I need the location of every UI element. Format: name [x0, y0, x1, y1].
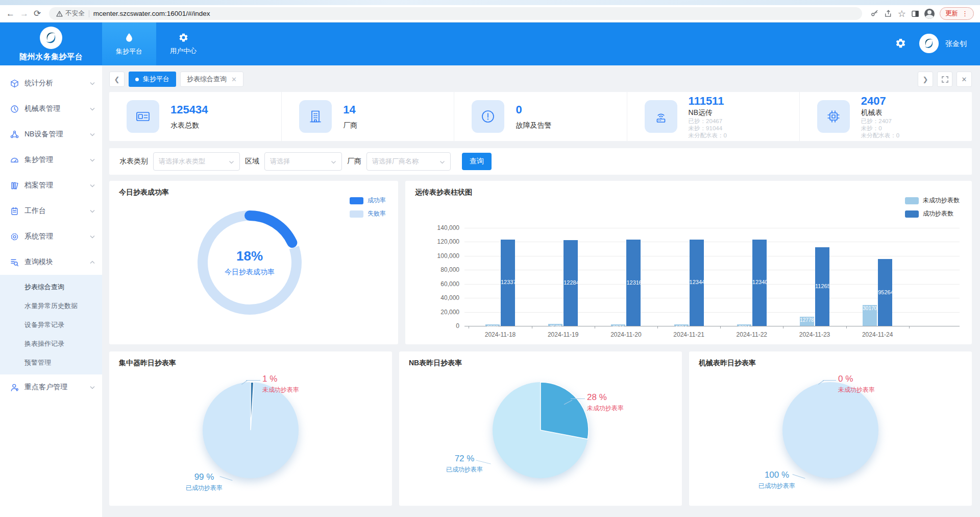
stat-detail-line: 未抄：91044 — [689, 125, 727, 132]
user-avatar — [919, 33, 939, 55]
side-panel-icon[interactable] — [911, 10, 919, 18]
donut-chart-card: 今日抄表成功率 成功率失败率 18% 今日抄表成功率 — [109, 181, 398, 344]
legend-item-2[interactable]: 成功抄表数 — [905, 209, 960, 218]
tab-home[interactable]: 集抄平台 — [129, 72, 176, 87]
tab-home-label: 集抄平台 — [143, 75, 169, 84]
tab-row-controls: ❯ ✕ — [918, 72, 972, 87]
sidebar-item-1[interactable]: 统计分析 — [0, 70, 102, 96]
gear-icon — [178, 32, 189, 43]
tabs-scroll-left-button[interactable]: ❮ — [109, 72, 125, 87]
submenu-item-2[interactable]: 水量异常历史数据 — [0, 296, 102, 315]
tab-current-label: 抄表综合查询 — [187, 75, 227, 84]
header-right: 张金钊 — [895, 22, 967, 65]
sidebar-item-label: 重点客户管理 — [24, 383, 67, 392]
close-all-tabs-icon[interactable]: ✕ — [957, 72, 972, 87]
nav-tab-user-center[interactable]: 用户中心 — [156, 22, 210, 65]
sidebar-item-key-customers[interactable]: 重点客户管理 — [0, 374, 102, 400]
bar-value-label: 123400 — [752, 279, 767, 285]
x-axis-tick — [469, 326, 469, 328]
refresh-icon[interactable]: ⟳ — [34, 9, 41, 18]
stat-value: 0 — [516, 103, 551, 116]
chevron-down-icon — [90, 209, 95, 213]
pie-slice-percent: 100 % — [758, 470, 795, 480]
legend-item-2[interactable]: 失败率 — [350, 209, 386, 218]
region-select[interactable]: 请选择 — [264, 152, 342, 171]
mechanical-pie-card: 机械表昨日抄表率0 %未成功抄表率100 %已成功抄表率 — [689, 351, 972, 506]
sidebar-item-5[interactable]: 档案管理 — [0, 173, 102, 198]
sidebar-item-2[interactable]: 机械表管理 — [0, 96, 102, 122]
header-nav-tabs: 集抄平台用户中心 — [102, 22, 210, 65]
sidebar-item-7[interactable]: 系统管理 — [0, 224, 102, 249]
nav-tab-platform[interactable]: 集抄平台 — [102, 22, 156, 65]
chevron-down-icon — [439, 158, 445, 166]
search-button[interactable]: 查询 — [462, 153, 492, 170]
bar-chart-card: 远传表抄表柱状图 未成功抄表数成功抄表数 020,00040,00060,000… — [405, 181, 972, 344]
tab-close-icon[interactable]: ✕ — [231, 76, 237, 83]
donut-chart-title: 今日抄表成功率 — [119, 188, 169, 197]
pie-cards-row: 集中器昨日抄表率1 %未成功抄表率99 %已成功抄表率NB表昨日抄表率28 %未… — [109, 351, 972, 506]
bar-successful: 123440 — [690, 240, 704, 326]
url-text: mcenter.szcswater.com:16001/#/index — [93, 10, 210, 17]
nav-tab-label: 用户中心 — [170, 46, 197, 56]
bar-value-label: 2588 — [548, 324, 562, 330]
bar-value-label: 123160 — [626, 279, 641, 286]
pie-chart-title: 集中器昨日抄表率 — [119, 359, 176, 368]
legend-label: 成功率 — [368, 196, 386, 205]
sidebar-item-8[interactable]: 查询模块 — [0, 249, 102, 275]
stat-icon-box — [127, 100, 159, 133]
chevron-down-icon — [90, 184, 95, 187]
password-key-icon[interactable] — [870, 9, 879, 18]
sidebar-item-6[interactable]: 工作台 — [0, 198, 102, 224]
security-label: 不安全 — [65, 9, 85, 18]
submenu-item-5[interactable]: 预警管理 — [0, 353, 102, 372]
meter-type-select[interactable]: 请选择水表类型 — [153, 152, 240, 171]
stat-icon-box — [472, 100, 504, 133]
share-icon[interactable] — [884, 9, 893, 18]
submenu-item-1[interactable]: 抄表综合查询 — [0, 277, 102, 296]
workbench-icon — [10, 207, 19, 216]
security-warning-icon[interactable]: 不安全 — [56, 9, 85, 18]
bar-unsuccessful: 12778 — [800, 317, 814, 326]
x-axis-label: 2024-11-20 — [610, 331, 642, 338]
sidebar-item-4[interactable]: 集抄管理 — [0, 147, 102, 173]
forward-icon[interactable]: → — [20, 9, 29, 18]
stat-label: 厂商 — [343, 121, 357, 130]
bar-unsuccessful: 30170 — [863, 305, 877, 326]
sidebar-item-3[interactable]: NB设备管理 — [0, 122, 102, 147]
bar-successful: 95264 — [878, 259, 892, 326]
stat-value: 125434 — [170, 103, 208, 116]
brand: 随州水务集抄平台 — [0, 22, 102, 65]
browser-update-button[interactable]: 更新 ⋮ — [940, 7, 974, 20]
header-user[interactable]: 张金钊 — [919, 33, 967, 55]
bar-value-label: 12778 — [800, 317, 814, 323]
header-settings-gear-icon[interactable] — [895, 37, 906, 51]
select-placeholder: 请选择水表类型 — [159, 157, 205, 166]
x-axis-tick — [532, 326, 532, 328]
fullscreen-icon[interactable] — [937, 72, 952, 87]
vendor-select[interactable]: 请选择厂商名称 — [366, 152, 451, 171]
filter-label-2: 区域 — [245, 157, 259, 166]
bar-value-label: 2063 — [485, 325, 500, 331]
browser-menu-icon[interactable]: ⋮ — [962, 10, 968, 17]
tab-current-page[interactable]: 抄表综合查询 ✕ — [180, 72, 243, 87]
legend-swatch — [905, 197, 919, 204]
legend-item-1[interactable]: 成功率 — [350, 196, 386, 205]
submenu-item-3[interactable]: 设备异常记录 — [0, 315, 102, 334]
tabs-scroll-right-button[interactable]: ❯ — [918, 72, 933, 87]
stat-card-1: 125434水表总数 — [109, 92, 281, 141]
browser-profile-avatar[interactable] — [924, 9, 935, 19]
pie-slice-label: 已成功抄表率 — [758, 482, 795, 490]
address-bar[interactable]: 不安全 mcenter.szcswater.com:16001/#/index — [49, 7, 862, 20]
legend-item-1[interactable]: 未成功抄表数 — [905, 196, 960, 205]
stat-label: 机械表 — [861, 108, 899, 118]
donut-center-label: 18% 今日抄表成功率 — [193, 206, 306, 319]
bar-value-label: 123371 — [501, 279, 515, 285]
sidebar-item-label: 集抄管理 — [24, 155, 53, 165]
back-icon[interactable]: ← — [6, 9, 15, 18]
nodes-icon — [10, 130, 19, 139]
stat-label: 故障及告警 — [516, 121, 551, 130]
bar-plot: 020,00040,00060,00080,000100,000120,0001… — [464, 228, 960, 326]
bookmark-star-icon[interactable]: ☆ — [898, 8, 906, 19]
submenu-item-4[interactable]: 换表操作记录 — [0, 334, 102, 353]
bar-value-label: 123440 — [690, 279, 704, 285]
